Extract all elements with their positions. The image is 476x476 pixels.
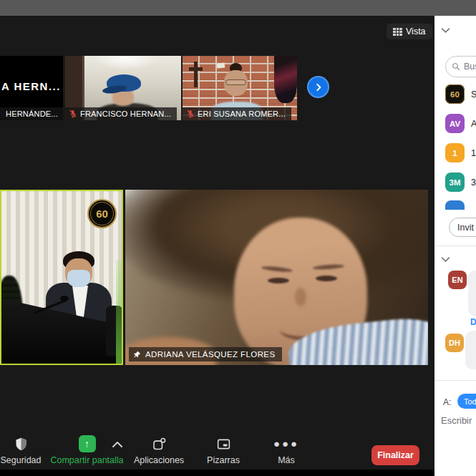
- share-screen-icon: ↑: [79, 435, 96, 452]
- share-screen-button[interactable]: ↑ Compartir pantalla: [46, 435, 128, 465]
- participant-name-label: HERNÁNDE...: [0, 107, 63, 120]
- partial-avatar: [445, 200, 465, 210]
- whiteboards-button[interactable]: Pizarras: [203, 435, 243, 465]
- bottom-edge-strip: [0, 470, 442, 476]
- more-label: Más: [278, 455, 295, 465]
- chat-message-bubble: [468, 271, 476, 316]
- muted-mic-icon: [186, 110, 195, 118]
- anniversary-60-badge: 60: [87, 199, 117, 228]
- avatar: AV: [445, 114, 465, 133]
- more-dots-icon: ●●●: [273, 435, 299, 452]
- chat-message-bubble: [465, 331, 476, 369]
- avatar: 1: [445, 143, 465, 162]
- more-button[interactable]: ●●● Más: [266, 435, 306, 465]
- next-page-button[interactable]: [307, 76, 329, 98]
- participant-name: A: [471, 119, 476, 129]
- share-options-chevron-up-icon[interactable]: [112, 441, 123, 448]
- participants-collapse-chevron-icon[interactable]: [441, 27, 450, 34]
- chat-link[interactable]: D: [470, 317, 476, 327]
- gallery-view-icon: [393, 28, 402, 36]
- send-to-label: A:: [443, 397, 451, 407]
- participant-row[interactable]: 3M 3: [445, 173, 476, 192]
- video-scene: [125, 190, 428, 365]
- muted-mic-icon: [69, 110, 77, 118]
- avatar: 3M: [445, 173, 465, 192]
- recipient-pill-button[interactable]: Tod: [457, 394, 476, 409]
- apps-label: Aplicaciones: [134, 455, 184, 465]
- participant-name-label: ERI SUSANA ROMER...: [183, 107, 291, 120]
- invite-label: Invit: [457, 223, 474, 233]
- chat-avatar: DH: [445, 334, 464, 352]
- security-label: Seguridad: [1, 455, 42, 465]
- whiteboards-label: Pizarras: [207, 455, 240, 465]
- video-thumbnail-1[interactable]: A HERN... HERNÁNDE...: [0, 56, 63, 120]
- end-meeting-label: Finalizar: [377, 450, 414, 460]
- chat-input[interactable]: Escribir: [441, 415, 472, 426]
- video-thumbnail-2[interactable]: FRANCISCO HERNAN...: [65, 56, 181, 120]
- invite-button[interactable]: Invit: [449, 218, 476, 237]
- view-button-label: Vista: [406, 26, 426, 37]
- shield-icon: [14, 435, 29, 452]
- window-title-strip: [0, 0, 476, 16]
- chevron-right-icon: [314, 82, 324, 92]
- video-scene: 60: [1, 191, 122, 364]
- pinned-participant-name-label: ADRIANA VELÁSQUEZ FLORES: [129, 347, 282, 361]
- search-placeholder: Bus: [464, 62, 476, 72]
- panel-divider: [436, 246, 476, 246]
- chat-avatar: EN: [448, 271, 467, 289]
- apps-button[interactable]: Aplicaciones: [133, 435, 185, 465]
- participant-name: S: [471, 89, 476, 99]
- participant-row[interactable]: 60 S: [445, 84, 476, 104]
- video-thumbnail-3[interactable]: ERI SUSANA ROMER...: [183, 56, 297, 120]
- view-button[interactable]: Vista: [387, 24, 432, 39]
- participant-row[interactable]: AV A: [445, 114, 476, 133]
- active-speaker-video[interactable]: 60: [0, 190, 123, 365]
- share-screen-label: Compartir pantalla: [50, 455, 123, 465]
- pinned-video[interactable]: ADRIANA VELÁSQUEZ FLORES: [125, 190, 428, 365]
- recipient-label: Tod: [464, 397, 476, 406]
- panel-divider: [436, 380, 476, 381]
- search-icon: [452, 62, 460, 71]
- avatar: 60: [445, 84, 465, 104]
- meeting-side-panel: Bus 60 S AV A 1 1 3M 3 Invit EN D DH A: …: [434, 16, 476, 476]
- end-meeting-button[interactable]: Finalizar: [371, 445, 419, 465]
- chat-collapse-chevron-icon[interactable]: [441, 256, 450, 263]
- participant-search-input[interactable]: Bus: [445, 56, 476, 77]
- whiteboard-icon: [216, 435, 231, 452]
- apps-icon: [152, 435, 167, 452]
- security-button[interactable]: Seguridad: [0, 435, 42, 465]
- participant-display-name: A HERN...: [1, 80, 61, 92]
- pin-icon: [133, 351, 141, 359]
- participant-name: 1: [471, 148, 476, 158]
- participant-row[interactable]: 1 1: [445, 143, 476, 162]
- participant-name: 3: [471, 178, 476, 188]
- participant-name-label: FRANCISCO HERNAN...: [65, 107, 177, 120]
